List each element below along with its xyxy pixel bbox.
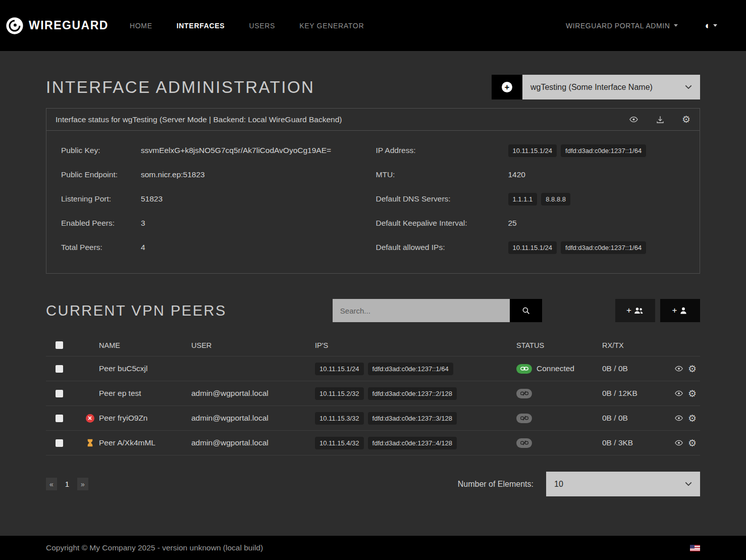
top-navbar: WIREGUARD HOME INTERFACES USERS KEY GENE…	[0, 0, 746, 51]
dns-badge: 8.8.8.8	[541, 193, 570, 206]
peer-view-eye-icon[interactable]	[674, 414, 683, 423]
add-peer-button[interactable]: +	[660, 299, 700, 322]
keepalive-value: 25	[508, 219, 691, 228]
peer-expired-icon: ×	[86, 414, 94, 423]
peer-name: Peer buC5cxjl	[99, 364, 191, 373]
search-button[interactable]	[510, 299, 542, 322]
peer-rxtx: 0B / 3KB	[602, 438, 674, 447]
field-allowed-ips: Default allowed IPs: 10.11.15.1/24 fdfd:…	[376, 235, 691, 260]
field-mtu: MTU: 1420	[376, 163, 691, 187]
peer-view-eye-icon[interactable]	[674, 389, 683, 398]
main-content: INTERFACE ADMINISTRATION + wgTesting (So…	[0, 51, 746, 512]
interface-settings-gear-icon[interactable]: ⚙	[682, 115, 690, 124]
wireguard-brand[interactable]: WIREGUARD	[5, 16, 109, 35]
row-checkbox[interactable]	[56, 439, 63, 447]
peer-user: admin@wgportal.local	[191, 389, 315, 398]
nav-item-interfaces[interactable]: INTERFACES	[177, 22, 225, 30]
elements-per-page-label: Number of Elements:	[458, 480, 534, 489]
view-config-eye-icon[interactable]	[629, 115, 638, 124]
user-icon	[679, 306, 688, 315]
search-icon	[521, 306, 530, 315]
chevron-down-icon	[674, 24, 678, 27]
peer-user: admin@wgportal.local	[191, 438, 315, 447]
peer-settings-gear-icon[interactable]: ⚙	[688, 438, 697, 448]
chevron-down-icon	[685, 482, 692, 486]
column-header-status: STATUS	[516, 341, 602, 349]
column-header-user: USER	[191, 341, 315, 349]
peer-settings-gear-icon[interactable]: ⚙	[688, 389, 697, 398]
chevron-down-icon	[685, 85, 692, 89]
add-interface-button[interactable]: +	[492, 75, 522, 99]
peer-name: Peer ep test	[99, 389, 191, 398]
peer-search-input[interactable]	[333, 299, 510, 322]
peer-view-eye-icon[interactable]	[674, 364, 683, 373]
field-keepalive: Default Keepalive Interval: 25	[376, 211, 691, 235]
table-row: Peer ep test admin@wgportal.local 10.11.…	[46, 381, 700, 406]
interface-controls: + wgTesting (Some Interface Name)	[492, 75, 700, 99]
pagination-page-1[interactable]: 1	[62, 478, 73, 490]
interface-status-card: Interface status for wgTesting (Server M…	[46, 108, 700, 274]
dns-badge: 1.1.1.1	[508, 193, 538, 206]
table-row: × Peer fryiO9Zn admin@wgportal.local 10.…	[46, 406, 700, 431]
connected-link-icon	[516, 364, 532, 374]
mtu-value: 1420	[508, 170, 691, 179]
nav-item-key-generator[interactable]: KEY GENERATOR	[299, 22, 364, 30]
interface-details-right: IP Address: 10.11.15.1/24 fdfd:d3ad:c0de…	[376, 138, 691, 260]
field-public-endpoint: Public Endpoint: som.nicr.ep:51823	[61, 163, 376, 187]
nav-item-users[interactable]: USERS	[249, 22, 275, 30]
peer-ip-badge: fdfd:d3ad:c0de:1237::2/128	[368, 387, 457, 400]
row-checkbox[interactable]	[56, 390, 63, 397]
interface-select-value: wgTesting (Some Interface Name)	[530, 83, 653, 92]
peer-ip-badge: fdfd:d3ad:c0de:1237::4/128	[368, 437, 457, 449]
field-total-peers: Total Peers: 4	[61, 235, 376, 260]
plus-glyph: +	[626, 306, 631, 316]
pagination-prev-button[interactable]: «	[46, 478, 57, 490]
column-header-ips: IP'S	[315, 341, 516, 349]
field-public-key: Public Key: ssvmEelxG+k8jsNO5G7cq5r/Ak7l…	[61, 138, 376, 163]
peer-rxtx: 0B / 12KB	[602, 389, 674, 398]
column-header-rxtx: RX/TX	[602, 341, 674, 349]
allowed-ip-badge: fdfd:d3ad:c0de:1237::1/64	[561, 241, 646, 254]
wireguard-logo-icon	[5, 16, 24, 35]
elements-per-page-select[interactable]: 10	[546, 472, 700, 496]
pagination-next-button[interactable]: »	[77, 478, 88, 490]
nav-item-home[interactable]: HOME	[130, 22, 152, 30]
field-default-dns: Default DNS Servers: 1.1.1.1 8.8.8.8	[376, 187, 691, 211]
pagination: « 1 »	[46, 478, 88, 490]
select-all-checkbox[interactable]	[56, 341, 63, 349]
peer-ip-badge: 10.11.15.3/32	[315, 412, 364, 425]
total-peers-value: 4	[141, 243, 376, 252]
peer-pending-hourglass-icon	[87, 439, 93, 447]
users-icon	[633, 306, 644, 315]
peers-table: NAME USER IP'S STATUS RX/TX Peer buC5cxj…	[46, 334, 700, 455]
listening-port-value: 51823	[141, 194, 376, 203]
peer-settings-gear-icon[interactable]: ⚙	[688, 364, 697, 374]
plus-circle-icon: +	[502, 82, 512, 92]
public-key-value: ssvmEelxG+k8jsNO5G7cq5r/Ak7liCodAvOyoCg1…	[141, 146, 376, 155]
peer-settings-gear-icon[interactable]: ⚙	[688, 414, 697, 423]
add-multiple-peers-button[interactable]: +	[615, 299, 655, 322]
enabled-peers-value: 3	[141, 219, 376, 228]
interface-status-title: Interface status for wgTesting (Server M…	[56, 115, 342, 124]
public-endpoint-value: som.nicr.ep:51823	[141, 170, 376, 179]
chevron-down-icon	[713, 24, 717, 27]
row-checkbox[interactable]	[56, 415, 63, 422]
language-flag-us-icon[interactable]	[690, 545, 700, 551]
download-config-icon[interactable]	[656, 115, 665, 124]
peer-ip-badge: 10.11.15.2/32	[315, 387, 364, 400]
field-ip-address: IP Address: 10.11.15.1/24 fdfd:d3ad:c0de…	[376, 138, 691, 163]
peer-search-group	[333, 299, 542, 322]
row-checkbox[interactable]	[56, 365, 63, 373]
user-menu-dropdown[interactable]: WIREGUARD PORTAL ADMIN	[566, 22, 678, 30]
navbar-right: WIREGUARD PORTAL ADMIN ◐	[566, 20, 717, 31]
peer-view-eye-icon[interactable]	[674, 438, 683, 447]
copyright-text: Copyright © My Company 2025 - version un…	[46, 543, 263, 552]
theme-toggle-dropdown[interactable]: ◐	[705, 20, 717, 31]
ip-badge: fdfd:d3ad:c0de:1237::1/64	[561, 144, 646, 157]
peer-rxtx: 0B / 0B	[602, 364, 674, 373]
disconnected-broken-link-icon	[516, 414, 532, 423]
disconnected-broken-link-icon	[516, 389, 532, 398]
interface-select[interactable]: wgTesting (Some Interface Name)	[522, 75, 700, 99]
peer-ip-badge: 10.11.15.4/32	[315, 437, 364, 449]
user-menu-label: WIREGUARD PORTAL ADMIN	[566, 22, 670, 30]
